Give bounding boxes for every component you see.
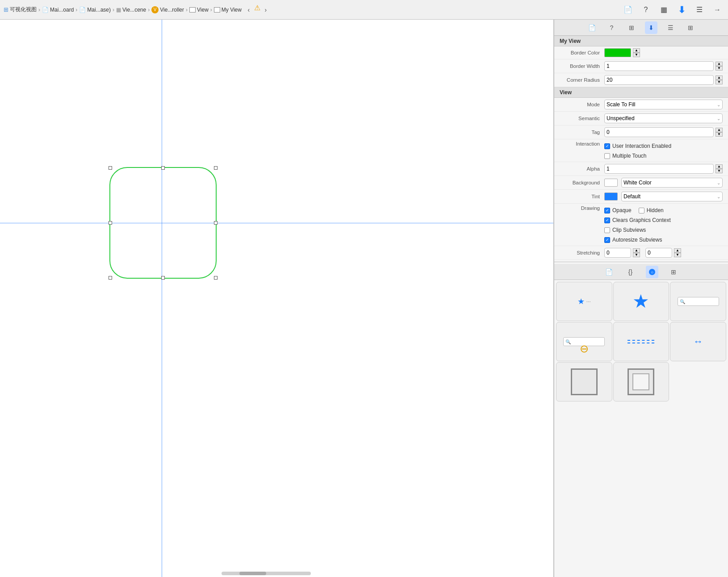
inspector-tab-size[interactable]: ☰: [665, 21, 677, 34]
border-width-down[interactable]: ▼: [715, 66, 723, 71]
alpha-input[interactable]: [604, 164, 714, 174]
stretching-x-input[interactable]: [604, 248, 631, 258]
stretching-y-input[interactable]: [645, 248, 672, 258]
breadcrumb: ⊞ 可视化视图 › 📄 Mai...oard › 📄 Mai...ase) › …: [4, 6, 242, 13]
handle-tm[interactable]: [161, 166, 165, 170]
clip-subviews-label: Clip Subviews: [612, 227, 646, 233]
user-interaction-checkbox[interactable]: [604, 143, 610, 149]
lib-tab-objects[interactable]: ○: [646, 266, 658, 278]
clears-graphics-checkbox[interactable]: [604, 217, 610, 223]
lib-item-1[interactable]: ★ ···: [556, 282, 612, 321]
lib-tab-code[interactable]: {}: [624, 266, 637, 278]
lib-item-4[interactable]: 🔍 ⊖: [556, 322, 612, 361]
handle-mr[interactable]: [214, 221, 218, 225]
alpha-up[interactable]: ▲: [715, 164, 723, 169]
corner-radius-up[interactable]: ▲: [715, 75, 723, 80]
inspector-tab-identity[interactable]: ⊞: [625, 21, 638, 34]
handle-ml[interactable]: [109, 221, 112, 225]
stretching-x-down[interactable]: ▼: [633, 253, 640, 257]
border-color-label: Border Color: [560, 50, 604, 55]
tag-up[interactable]: ▲: [715, 128, 723, 132]
mode-label: Mode: [560, 102, 604, 107]
guide-vertical: [162, 20, 162, 577]
breadcrumb-item-1[interactable]: ⊞ 可视化视图: [4, 6, 37, 13]
breadcrumb-item-3[interactable]: 📄 Mai...ase): [79, 7, 111, 13]
lib-item-6[interactable]: ↔: [670, 322, 726, 361]
opaque-checkbox[interactable]: [604, 208, 610, 213]
stretching-y-down[interactable]: ▼: [674, 253, 681, 257]
border-width-control: ▲ ▼: [604, 61, 723, 71]
add-button[interactable]: ⬇: [674, 4, 689, 16]
help-button[interactable]: ?: [639, 4, 653, 16]
lib-item-5[interactable]: [613, 322, 669, 361]
tag-down[interactable]: ▼: [715, 132, 723, 137]
autoresize-checkbox[interactable]: [604, 237, 610, 243]
library-button[interactable]: ▦: [657, 4, 671, 16]
alpha-down[interactable]: ▼: [715, 169, 723, 173]
corner-radius-input[interactable]: [604, 75, 714, 85]
lib-item-8[interactable]: [613, 362, 669, 401]
breadcrumb-sep-4: ›: [148, 7, 150, 13]
inspector-tabs: 📄 ? ⊞ ⬇ ☰ ⊞: [554, 20, 728, 36]
lib-item-2[interactable]: ★: [613, 282, 669, 321]
main-area: 📄 ? ⊞ ⬇ ☰ ⊞ My View Border Color ▲ ▼ Bor…: [0, 20, 728, 577]
border-color-down[interactable]: ▼: [633, 53, 640, 57]
section-view: View: [554, 87, 728, 98]
lib-item-7[interactable]: [556, 362, 612, 401]
inspector-button[interactable]: ☰: [692, 4, 707, 16]
tag-stepper: ▲ ▼: [715, 128, 723, 137]
lib-tab-media[interactable]: ⊞: [667, 266, 680, 278]
view-element[interactable]: [109, 167, 217, 279]
stretching-x-up[interactable]: ▲: [633, 248, 640, 253]
border-width-input[interactable]: [604, 61, 714, 71]
handle-tl[interactable]: [109, 166, 112, 170]
background-color-select[interactable]: White Color ⌄: [621, 178, 723, 188]
view-icon-1: [189, 7, 196, 13]
inspector-tab-help[interactable]: ?: [606, 21, 618, 34]
nav-back-button[interactable]: ‹: [243, 4, 254, 16]
clip-subviews-checkbox[interactable]: [604, 227, 610, 233]
svg-text:○: ○: [650, 270, 653, 275]
inspector-tab-attributes[interactable]: ⬇: [645, 21, 657, 34]
autoresize-label: Autoresize Subviews: [612, 237, 662, 243]
inspector-tab-connections[interactable]: ⊞: [684, 21, 697, 34]
background-color-swatch[interactable]: [604, 179, 618, 187]
breadcrumb-item-4[interactable]: ▦ Vie...cene: [116, 7, 146, 13]
tint-select[interactable]: Default ⌄: [621, 192, 723, 201]
lib-tab-file[interactable]: 📄: [603, 266, 615, 278]
breadcrumb-item-2[interactable]: 📄 Mai...oard: [42, 7, 74, 13]
handle-bm[interactable]: [161, 276, 165, 280]
semantic-select[interactable]: Unspecified ⌄: [604, 113, 723, 123]
breadcrumb-item-7[interactable]: My View: [214, 7, 242, 13]
handle-bl[interactable]: [109, 276, 112, 280]
tint-select-arrow: ⌄: [717, 194, 720, 199]
semantic-row: Semantic Unspecified ⌄: [554, 112, 728, 125]
tag-input[interactable]: [604, 127, 714, 137]
canvas-scrollbar[interactable]: [222, 572, 311, 575]
breadcrumb-item-5[interactable]: V Vie...roller: [151, 6, 184, 13]
mode-select[interactable]: Scale To Fill ⌄: [604, 100, 723, 109]
border-color-up[interactable]: ▲: [633, 48, 640, 53]
inspector-tab-file[interactable]: 📄: [586, 21, 598, 34]
nav-forward-button[interactable]: ›: [260, 4, 271, 16]
stretching-y-up[interactable]: ▲: [674, 248, 681, 253]
container-inner-view: [632, 373, 649, 390]
hidden-row: Hidden: [639, 206, 664, 214]
corner-radius-down[interactable]: ▼: [715, 80, 723, 84]
controller-icon: V: [151, 6, 159, 13]
warning-icon: ⚠: [254, 4, 260, 16]
handle-tr[interactable]: [214, 166, 218, 170]
breadcrumb-sep-5: ›: [186, 7, 188, 13]
breadcrumb-item-6[interactable]: View: [189, 7, 209, 13]
interaction-block: Interaction User Interaction Enabled Mul…: [554, 139, 728, 162]
handle-br[interactable]: [214, 276, 218, 280]
drawing-label: Drawing: [560, 205, 604, 211]
border-color-swatch[interactable]: [604, 48, 631, 57]
new-doc-button[interactable]: 📄: [621, 4, 635, 16]
lib-item-3[interactable]: 🔍: [670, 282, 726, 321]
border-width-up[interactable]: ▲: [715, 62, 723, 66]
hidden-checkbox[interactable]: [639, 208, 644, 213]
navigate-button[interactable]: →: [710, 4, 724, 16]
tint-color-swatch[interactable]: [604, 192, 618, 201]
multiple-touch-checkbox[interactable]: [604, 153, 610, 159]
